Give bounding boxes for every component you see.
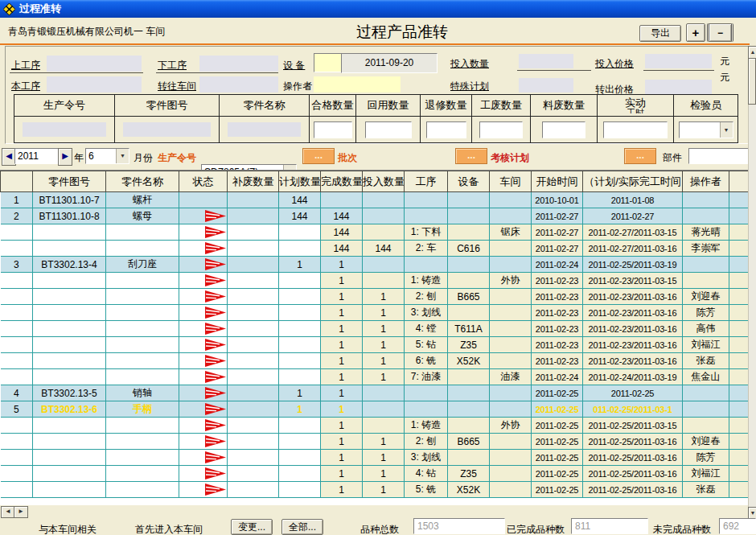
- grid-row[interactable]: 1441442: 车C6162011-02-272011-02-27/2011-…: [1, 241, 749, 257]
- grid-cell-patch[interactable]: [228, 418, 279, 434]
- grid-cell-op[interactable]: [683, 401, 729, 418]
- grid-cell-patch[interactable]: [228, 337, 279, 353]
- this-op-label[interactable]: 本工序: [11, 80, 40, 93]
- grid-cell-name[interactable]: 螺杆: [106, 192, 179, 208]
- grid-cell-equip[interactable]: T611A: [448, 321, 490, 337]
- grid-cell-name[interactable]: 螺母: [106, 208, 179, 224]
- grid-cell-num[interactable]: [1, 353, 33, 369]
- grid-cell-plan[interactable]: [279, 289, 321, 305]
- grid-cell-done[interactable]: 1: [321, 321, 363, 337]
- grid-cell-finish[interactable]: 011-02-25/2011-03-1: [583, 401, 683, 418]
- grid-cell-tail[interactable]: [729, 401, 749, 418]
- grid-cell-start[interactable]: 2010-10-01: [532, 192, 583, 208]
- grid-row[interactable]: 1BT11301.10-7螺杆1442010-10-012011-01-08: [1, 192, 749, 208]
- grid-cell-proc[interactable]: 2: 刨: [405, 434, 448, 450]
- grid-cell-equip[interactable]: [448, 273, 490, 289]
- grid-cell-start[interactable]: 2011-02-24: [532, 257, 583, 273]
- grid-cell-proc[interactable]: 1: 铸造: [405, 273, 448, 289]
- grid-cell-num[interactable]: 1: [1, 192, 33, 208]
- grid-cell-op[interactable]: 张磊: [683, 353, 729, 369]
- grid-cell-equip[interactable]: [448, 385, 490, 401]
- grid-cell-tail[interactable]: [729, 353, 749, 369]
- grid-cell-fig[interactable]: [33, 418, 106, 434]
- grid-cell-input[interactable]: 1: [363, 466, 405, 482]
- lower-op-label[interactable]: 下工序: [158, 59, 187, 72]
- grid-cell-proc[interactable]: 5: 铣: [405, 482, 448, 498]
- grid-cell-done[interactable]: 1: [321, 353, 363, 369]
- grid-cell-proc[interactable]: 3: 划线: [405, 450, 448, 466]
- date-field[interactable]: 2011-09-20: [341, 53, 438, 73]
- grid-cell-start[interactable]: 2011-02-24: [532, 369, 583, 385]
- grid-cell-equip[interactable]: [448, 208, 490, 224]
- grid-cell-tail[interactable]: [729, 192, 749, 208]
- grid-cell-patch[interactable]: [228, 257, 279, 273]
- grid-cell-fig[interactable]: BT3302.13-5: [33, 385, 106, 401]
- grid-cell-name[interactable]: [106, 321, 179, 337]
- grid-cell-equip[interactable]: [448, 401, 490, 418]
- grid-cell-fig[interactable]: [33, 305, 106, 321]
- grid-cell-plan[interactable]: [279, 434, 321, 450]
- remove-button[interactable]: −: [707, 23, 733, 42]
- grid-cell-equip[interactable]: [448, 369, 490, 385]
- grid-cell-done[interactable]: 1: [321, 289, 363, 305]
- upper-op-field[interactable]: [47, 56, 142, 72]
- grid-cell-tail[interactable]: [729, 450, 749, 466]
- grid-cell-name[interactable]: [106, 482, 179, 498]
- grid-cell-op[interactable]: 刘迎春: [683, 434, 729, 450]
- radio-first-enter-label[interactable]: 首先进入本车间: [135, 523, 203, 535]
- grid-cell-finish[interactable]: 2011-02-25/2011-03-16: [583, 482, 683, 498]
- grid-cell-op[interactable]: 刘福江: [683, 337, 729, 353]
- grid-cell-status[interactable]: [179, 224, 228, 241]
- grid-cell-proc[interactable]: 2: 车: [405, 241, 448, 257]
- grid-cell-patch[interactable]: [228, 241, 279, 257]
- grid-cell-fig[interactable]: [33, 224, 106, 241]
- grid-cell-input[interactable]: 144: [363, 241, 405, 257]
- vertical-scrollbar[interactable]: [748, 46, 756, 518]
- grid-cell-shop[interactable]: 锯床: [490, 224, 532, 241]
- grid-cell-fig[interactable]: [33, 321, 106, 337]
- grid-row[interactable]: 113: 划线2011-02-252011-02-25/2011-03-16陈芳: [1, 450, 749, 466]
- upper-op-label[interactable]: 上工序: [11, 59, 40, 72]
- grid-cell-equip[interactable]: X52K: [448, 482, 490, 498]
- grid-cell-patch[interactable]: [228, 450, 279, 466]
- grid-cell-patch[interactable]: [228, 273, 279, 289]
- grid-cell-tail[interactable]: [729, 337, 749, 353]
- grid-cell-finish[interactable]: 2011-02-25/2011-03-19: [583, 257, 683, 273]
- grid-cell-shop[interactable]: [490, 241, 532, 257]
- grid-cell-op[interactable]: 蒋光晴: [683, 224, 729, 241]
- grid-cell-shop[interactable]: [490, 337, 532, 353]
- grid-cell-done[interactable]: 1: [321, 466, 363, 482]
- grid-cell-status[interactable]: [179, 289, 228, 305]
- grid-cell-tail[interactable]: [729, 273, 749, 289]
- grid-cell-done[interactable]: [321, 192, 363, 208]
- all-button[interactable]: 全部...: [281, 519, 323, 535]
- grid-cell-patch[interactable]: [228, 434, 279, 450]
- grid-cell-op[interactable]: 刘福江: [683, 466, 729, 482]
- grid-cell-done[interactable]: 1: [321, 369, 363, 385]
- grid-cell-input[interactable]: 1: [363, 450, 405, 466]
- grid-cell-name[interactable]: 销轴: [106, 385, 179, 401]
- grid-cell-input[interactable]: 1: [363, 305, 405, 321]
- grid-cell-plan[interactable]: [279, 305, 321, 321]
- grid-cell-plan[interactable]: [279, 241, 321, 257]
- grid-cell-tail[interactable]: [729, 369, 749, 385]
- grid-cell-proc[interactable]: [405, 257, 448, 273]
- grid-cell-patch[interactable]: [228, 482, 279, 498]
- year-input[interactable]: 2011: [14, 148, 59, 164]
- grid-cell-proc[interactable]: 2: 刨: [405, 289, 448, 305]
- entry-reuse-input[interactable]: [365, 121, 412, 138]
- grid-cell-patch[interactable]: [228, 385, 279, 401]
- grid-cell-shop[interactable]: [490, 257, 532, 273]
- grid-cell-op[interactable]: [683, 418, 729, 434]
- grid-cell-fig[interactable]: BT3302.13-4: [33, 257, 106, 273]
- grid-cell-op[interactable]: [683, 385, 729, 401]
- grid-cell-shop[interactable]: [490, 434, 532, 450]
- grid-cell-fig[interactable]: [33, 353, 106, 369]
- grid-cell-name[interactable]: [106, 418, 179, 434]
- grid-cell-num[interactable]: 3: [1, 257, 33, 273]
- grid-cell-name[interactable]: [106, 434, 179, 450]
- grid-cell-equip[interactable]: X52K: [448, 353, 490, 369]
- grid-cell-num[interactable]: [1, 305, 33, 321]
- operator-field[interactable]: [314, 76, 401, 93]
- grid-cell-shop[interactable]: 外协: [490, 273, 532, 289]
